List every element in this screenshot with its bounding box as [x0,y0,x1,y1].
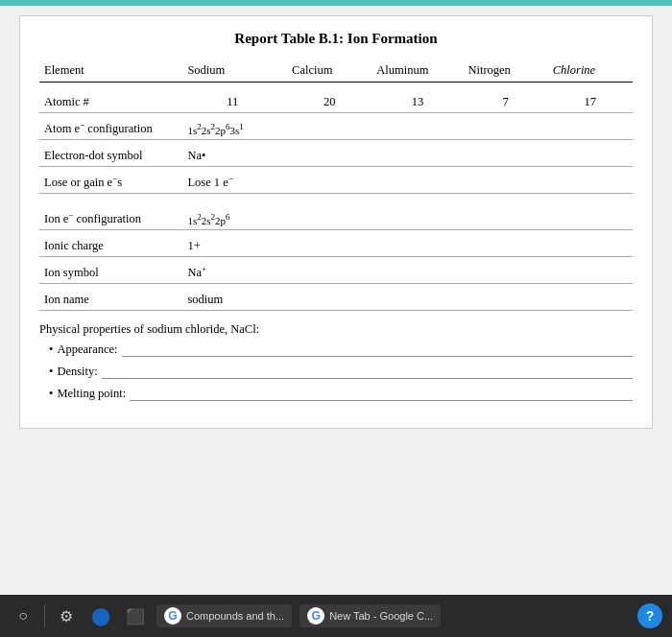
google-icon-1: G [164,607,181,625]
cell-chlorine-econfig [548,113,633,140]
cell-aluminum-ion-name [372,284,463,311]
cell-chlorine-ion-econfig [548,203,633,230]
row-label-ionic-charge: Ionic charge [39,230,182,257]
taskbar-app-compounds[interactable]: G Compounds and th... [156,604,292,627]
cell-sodium-ionic-charge: 1+ [182,230,287,257]
cell-aluminum-ion-symbol [372,257,463,284]
taskbar: ○ ⚙ ⬤ ⬛ G Compounds and th... G New Tab … [0,595,672,637]
cell-sodium-losegain: Lose 1 e− [182,167,287,194]
col-header-sodium: Sodium [182,60,287,83]
cell-nitrogen-edot [463,140,547,167]
row-label-atomic: Atomic # [39,83,182,113]
row-label-losegain: Lose or gain e−s [39,167,182,194]
taskbar-app-label-2: New Tab - Google C... [329,610,433,622]
density-label: Density: [57,365,97,379]
cell-nitrogen-econfig [463,113,547,140]
cell-calcium-ion-name [287,284,372,311]
cell-calcium-edot [287,140,372,167]
density-line [102,378,633,379]
cell-chlorine-atomic: 17 [548,83,633,113]
cell-sodium-edot: Na• [182,140,287,167]
cell-calcium-ionic-charge [287,230,372,257]
report-container: Report Table B.1: Ion Formation Element … [19,15,653,429]
cell-nitrogen-ion-econfig [463,203,547,230]
cell-nitrogen-ion-name [463,284,547,311]
taskbar-divider-1 [44,604,45,627]
col-header-calcium: Calcium [287,60,372,83]
table-row: Ionic charge 1+ [39,230,633,257]
cell-nitrogen-atomic: 7 [463,83,547,113]
spacer-row [39,194,633,203]
screen: Report Table B.1: Ion Formation Element … [0,0,672,637]
table-row: Ion e− configuration 1s22s22p6 [39,203,633,230]
melting-line [130,400,633,401]
report-table: Element Sodium Calcium Aluminum Nitrogen… [39,60,633,311]
col-header-nitrogen: Nitrogen [463,60,547,83]
settings-icon[interactable]: ⚙ [53,602,80,629]
table-row: Electron-dot symbol Na• [39,140,633,167]
row-label-ion-name: Ion name [39,284,182,311]
cell-calcium-ion-econfig [287,203,372,230]
col-header-chlorine: Chlorine [548,60,633,83]
cell-nitrogen-losegain [463,167,547,194]
browser-icon[interactable]: ⬤ [87,602,114,629]
melting-row: • Melting point: [49,387,633,401]
appearance-label: Appearance: [57,342,117,357]
cell-aluminum-atomic: 13 [372,83,463,113]
table-header-row: Element Sodium Calcium Aluminum Nitrogen… [39,60,633,83]
cell-chlorine-ion-symbol [548,257,633,284]
appearance-line [122,356,633,357]
camera-icon[interactable]: ⬛ [122,602,149,629]
row-label-edot: Electron-dot symbol [39,140,182,167]
cell-nitrogen-ionic-charge [463,230,547,257]
table-row: Ion name sodium [39,284,633,311]
table-row: Atomic # 11 20 13 7 17 [39,83,633,113]
physical-section: Physical properties of sodium chloride, … [39,322,633,401]
appearance-row: • Appearance: [49,342,633,357]
cell-sodium-ion-symbol: Na+ [182,257,287,284]
taskbar-app-label-1: Compounds and th... [186,610,284,622]
cell-aluminum-ion-econfig [372,203,463,230]
table-row: Ion symbol Na+ [39,257,633,284]
content-area: Report Table B.1: Ion Formation Element … [0,6,672,595]
cell-chlorine-edot [548,140,633,167]
windows-start-icon[interactable]: ○ [10,602,36,629]
physical-title: Physical properties of sodium chloride, … [39,322,633,337]
bullet-melting: • [49,387,53,401]
cell-chlorine-ion-name [548,284,633,311]
cell-calcium-losegain [287,167,372,194]
cell-nitrogen-ion-symbol [463,257,547,284]
cell-calcium-ion-symbol [287,257,372,284]
help-button[interactable]: ? [637,603,662,628]
row-label-ion-symbol: Ion symbol [39,257,182,284]
cell-calcium-atomic: 20 [287,83,372,113]
cell-chlorine-ionic-charge [548,230,633,257]
cell-aluminum-losegain [372,167,463,194]
cell-aluminum-ionic-charge [372,230,463,257]
cell-sodium-atomic: 11 [182,83,287,113]
report-title: Report Table B.1: Ion Formation [39,31,633,47]
density-row: • Density: [49,365,633,379]
cell-sodium-econfig: 1s22s22p63s1 [182,113,287,140]
row-label-atom-econfig: Atom e− configuration [39,113,182,140]
cell-aluminum-econfig [372,113,463,140]
table-row: Atom e− configuration 1s22s22p63s1 [39,113,633,140]
table-row: Lose or gain e−s Lose 1 e− [39,167,633,194]
cell-sodium-ion-name: sodium [182,284,287,311]
google-icon-2: G [307,607,324,625]
taskbar-app-newtab[interactable]: G New Tab - Google C... [300,604,441,627]
col-header-element: Element [39,60,182,83]
cell-sodium-ion-econfig: 1s22s22p6 [182,203,287,230]
cell-chlorine-losegain [548,167,633,194]
bullet-appearance: • [49,342,53,357]
cell-calcium-econfig [287,113,372,140]
row-label-ion-econfig: Ion e− configuration [39,203,182,230]
bullet-density: • [49,365,53,379]
cell-aluminum-edot [372,140,463,167]
col-header-aluminum: Aluminum [372,60,463,83]
melting-label: Melting point: [57,387,126,401]
